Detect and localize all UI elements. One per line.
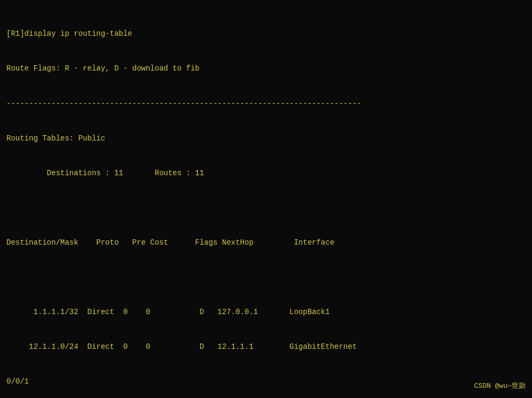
dest-routes-line: Destinations : 11 Routes : 11 (6, 168, 526, 180)
cmd-line: [R1]display ip routing-table (6, 28, 526, 40)
blank2 (6, 272, 526, 284)
terminal-output: [R1]display ip routing-table Route Flags… (6, 5, 526, 398)
watermark-text: CSDN @wu~世勋 (474, 381, 526, 392)
row2a-line: 12.1.1.0/24 Direct 0 0 D 12.1.1.1 Gigabi… (6, 341, 526, 353)
row2b-line: 0/0/1 (6, 376, 526, 388)
flags-line: Route Flags: R - relay, D - download to … (6, 63, 526, 75)
routing-tables-line: Routing Tables: Public (6, 133, 526, 145)
separator-line: ----------------------------------------… (6, 98, 526, 110)
blank1 (6, 202, 526, 214)
column-header-line: Destination/Mask Proto Pre Cost Flags Ne… (6, 237, 526, 249)
row1-line: 1.1.1.1/32 Direct 0 0 D 127.0.0.1 LoopBa… (6, 307, 526, 318)
